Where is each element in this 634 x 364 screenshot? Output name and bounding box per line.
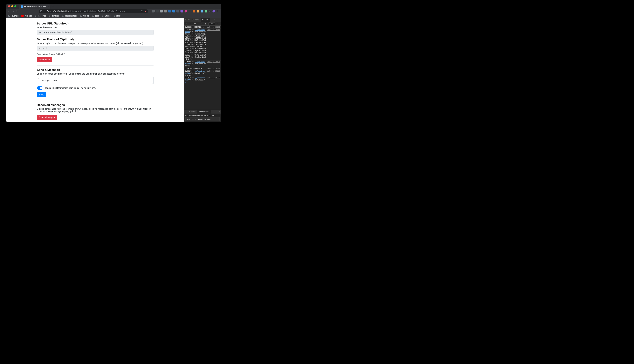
protocol-input[interactable] (37, 46, 154, 51)
bookmark-item[interactable]: 🗀code (92, 15, 99, 17)
tabs-overflow-icon[interactable]: » (210, 19, 213, 21)
browser-tab[interactable]: Browser WebSocket Client × (19, 4, 50, 9)
console-settings-icon[interactable]: ⚙ (216, 22, 220, 25)
server-url-help: Enter the server URL: (37, 26, 154, 29)
whatsnew-card[interactable]: New CSS Grid debugging tools (185, 117, 220, 121)
bookmark-item[interactable]: 🗀articles (102, 15, 110, 17)
address-title: Browser WebSocket Client (47, 10, 69, 12)
console-log-line: CLOSED: ws://localhost:8000/ws/chat/lobb… (184, 28, 221, 61)
log-source-link[interactable]: index.js:18370 (207, 61, 220, 67)
ext-brush-icon[interactable] (180, 10, 183, 12)
devtools-menu-icon[interactable]: ⋮ (216, 19, 220, 21)
drawer-tab-console[interactable]: Console (188, 110, 197, 114)
divider (37, 66, 154, 66)
tab-favicon-icon (20, 6, 23, 8)
tab-close-button[interactable]: × (48, 5, 49, 8)
traffic-lights (8, 5, 16, 7)
console-clear-icon[interactable]: ⊘ (189, 22, 192, 25)
log-source-link[interactable]: index.js:18386 (207, 70, 220, 76)
ext-square-icon[interactable] (176, 10, 179, 12)
received-help: Outgoing messages from the client are sh… (37, 108, 154, 112)
address-bar[interactable]: ☐ ✦ Browser WebSocket Client | chrome-ex… (39, 9, 148, 13)
console-prompt[interactable]: › (184, 82, 221, 84)
tab-console[interactable]: Console (201, 18, 210, 22)
new-tab-button[interactable]: + (50, 5, 55, 8)
ext-green-icon[interactable] (205, 10, 207, 12)
bookmark-item[interactable]: 🗀shoppings (35, 15, 46, 17)
ext-translate-icon[interactable] (172, 10, 175, 12)
json-format-toggle[interactable] (37, 86, 43, 90)
bookmark-item[interactable]: YouTube (21, 15, 32, 17)
bookmark-item[interactable]: 🗀others (114, 15, 121, 17)
inspect-element-icon[interactable]: ⎚ (184, 19, 187, 21)
console-filter-input[interactable] (208, 22, 215, 25)
bookmark-item[interactable]: 🗀Favorites (8, 15, 18, 17)
drawer-tab-whatsnew[interactable]: What's New × (197, 110, 211, 114)
log-link[interactable]: //localhost:800 (185, 29, 205, 33)
console-log-line: CLOSING CONNECTION ...index.js:18361 (184, 67, 221, 70)
ext-s-icon[interactable] (168, 10, 171, 12)
warning-icon[interactable]: ▲ (144, 10, 146, 12)
messages-box[interactable]: { "message": "test" } {"message": "test"… (37, 122, 154, 122)
ext-tp-icon[interactable] (193, 10, 195, 12)
window-close-button[interactable] (8, 5, 10, 7)
log-message: CLOSING CONNECTION ... (185, 68, 206, 70)
extensions-puzzle-icon[interactable]: ✦ (209, 10, 211, 13)
protocol-heading: Server Protocol (Optional) (37, 38, 154, 41)
drawer-close-button[interactable]: × (218, 111, 221, 112)
content-row: Server URL (Required) Enter the server U… (6, 18, 221, 122)
log-source-link[interactable]: index.js:18370 (207, 77, 220, 81)
bookmark-item[interactable]: 🗀dev tools (49, 15, 59, 17)
bookmark-label: shoppings (38, 15, 46, 17)
disconnect-button[interactable]: Disconnect (37, 57, 52, 62)
ext-flag-icon[interactable] (197, 10, 199, 12)
nav-forward-button[interactable]: ▷ (12, 10, 14, 12)
clear-messages-button[interactable]: Clear Messages (37, 115, 57, 120)
close-icon[interactable]: × (208, 111, 209, 112)
console-live-icon[interactable]: ◉ (204, 22, 207, 25)
console-log-line: OPENED: ws://localhost:8000/ws/chat/lobb… (184, 77, 221, 82)
log-link[interactable]: //localhost:800 (185, 77, 205, 81)
ext-grid-icon[interactable] (156, 10, 159, 12)
shield-icon[interactable]: ⛉ (141, 10, 143, 12)
bookmark-item[interactable]: 🗀web api (80, 15, 89, 17)
ext-blue-icon[interactable] (201, 10, 203, 12)
ext-gear-icon[interactable] (160, 10, 163, 12)
browser-menu-button[interactable]: ⋮ (216, 10, 219, 13)
console-log-line: CLOSING CONNECTION ...index.js:18361 (184, 26, 221, 28)
folder-icon: 🗀 (114, 15, 115, 17)
log-link[interactable]: //localhost:800 (185, 70, 205, 74)
console-log-line: CLOSED: ws://localhost:8000/ws/chat/lobb… (184, 70, 221, 77)
server-url-input[interactable] (37, 30, 154, 35)
profile-avatar[interactable] (212, 10, 215, 12)
console-context[interactable]: top (194, 23, 200, 25)
bookmark-item[interactable]: 🗀designing tools (62, 15, 77, 17)
log-source-link[interactable]: index.js:18361 (207, 26, 220, 28)
bookmark-label: designing tools (65, 15, 77, 17)
bookmark-label: articles (105, 15, 110, 17)
ext-pink-icon[interactable] (184, 10, 187, 12)
ext-history-icon[interactable] (152, 10, 154, 12)
log-source-link[interactable]: index.js:18361 (207, 68, 220, 70)
device-toolbar-icon[interactable]: ▭ (187, 19, 190, 21)
nav-reload-button[interactable]: ⟳ (16, 10, 18, 12)
nav-back-button[interactable]: ◁ (8, 10, 10, 12)
divider (37, 100, 154, 101)
send-button[interactable]: Send (37, 92, 46, 97)
bookmark-label: others (116, 15, 121, 17)
console-output[interactable]: CLOSING CONNECTION ...index.js:18361CLOS… (184, 26, 221, 110)
devtools-settings-icon[interactable]: ⚙ (213, 19, 216, 21)
tab-elements[interactable]: Elements (190, 18, 201, 22)
bookmark-icon[interactable]: ☐ (40, 10, 42, 12)
window-maximize-button[interactable] (14, 5, 16, 7)
toolbar: ◁ ▷ ⟳ ☐ ✦ Browser WebSocket Client | chr… (6, 9, 221, 14)
window-minimize-button[interactable] (11, 5, 13, 7)
log-source-link[interactable]: index.js:18386 (207, 29, 220, 60)
devtools-close-button[interactable]: × (220, 19, 221, 21)
ext-v-icon[interactable] (164, 10, 167, 12)
log-link[interactable]: //localhost:800 (185, 61, 205, 65)
status-label: Connection Status: (37, 53, 56, 56)
message-textarea[interactable] (37, 76, 154, 84)
console-sidebar-icon[interactable]: ▸ (185, 22, 188, 25)
drawer-menu-icon[interactable]: ⋮ (184, 111, 188, 113)
